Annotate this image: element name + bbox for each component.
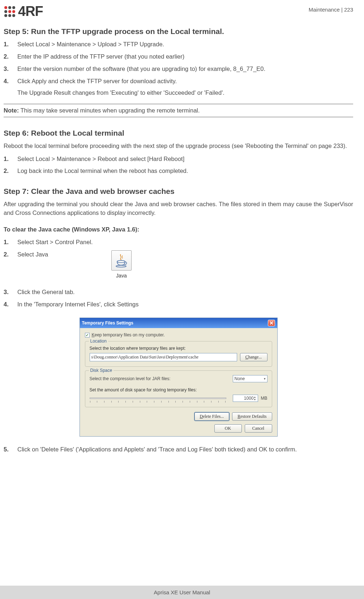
logo-dots-icon — [4, 5, 16, 18]
step5-item-4-extra: The Upgrade Result changes from 'Executi… — [17, 89, 353, 97]
svg-point-5 — [12, 10, 15, 13]
temp-files-settings-dialog: Temporary Files Settings ✓ Keep temporar… — [80, 318, 278, 437]
compression-label: Select the compression level for JAR fil… — [90, 376, 171, 381]
list-number: 1. — [4, 40, 12, 49]
amount-label: Set the amount of disk space for storing… — [90, 387, 267, 392]
change-button[interactable]: Change... — [240, 353, 267, 361]
svg-point-6 — [4, 14, 7, 17]
list-number: 1. — [4, 155, 12, 163]
logo: 4RF — [4, 4, 43, 19]
list-number: 2. — [4, 167, 12, 175]
note: Note: This may take several minutes when… — [4, 106, 353, 115]
step5-heading: Step 5: Run the TFTP upgrade process on … — [4, 27, 353, 36]
page-number: Maintenance | 223 — [309, 7, 353, 13]
keep-temp-files-label: Keep temporary files on my computer. — [92, 332, 165, 337]
delete-files-button[interactable]: Delete Files... — [194, 412, 230, 421]
step6-intro: Reboot the local terminal before proceed… — [4, 142, 353, 150]
step7-heading: Step 7: Clear the Java and web browser c… — [4, 187, 353, 196]
java-icon-label: Java — [111, 272, 132, 279]
step7-item-1: Select Start > Control Panel. — [17, 238, 353, 247]
page-footer: Aprisa XE User Manual — [0, 586, 364, 599]
step7-item-4: In the 'Temporary Internet Files', click… — [17, 300, 353, 309]
svg-point-4 — [8, 10, 11, 13]
close-icon — [270, 321, 273, 325]
step7-item-2: Select Java — [17, 251, 48, 258]
svg-point-3 — [4, 10, 7, 13]
svg-point-0 — [4, 6, 7, 9]
list-number: 3. — [4, 65, 12, 73]
keep-temp-files-checkbox[interactable]: ✓ — [85, 333, 90, 337]
step5-item-1: Select Local > Maintenance > Upload > TF… — [17, 40, 353, 49]
step6-heading: Step 6: Reboot the Local terminal — [4, 129, 353, 137]
svg-point-9 — [117, 260, 125, 263]
note-prefix: Note: — [4, 107, 19, 114]
ok-button[interactable]: OK — [214, 424, 242, 433]
step7-intro: After upgrading the terminal you should … — [4, 200, 353, 217]
dialog-title: Temporary Files Settings — [82, 320, 133, 326]
list-number: 4. — [4, 77, 12, 100]
step5-item-3: Enter the version number of the software… — [17, 65, 353, 73]
java-control-panel-icon: Java — [111, 250, 132, 279]
disk-space-spinner[interactable]: 1000 ▲▼ — [233, 395, 258, 402]
restore-defaults-button[interactable]: Restore Defaults — [232, 412, 272, 421]
close-button[interactable] — [268, 320, 275, 326]
page-header: 4RF Maintenance | 223 — [4, 4, 353, 19]
compression-value: None — [235, 376, 245, 381]
svg-point-2 — [12, 6, 15, 9]
cancel-button[interactable]: Cancel — [245, 424, 272, 433]
list-number: 5. — [4, 445, 12, 454]
spinner-buttons[interactable]: ▲▼ — [254, 396, 256, 401]
location-fieldset: Location Select the location where tempo… — [85, 341, 272, 367]
svg-point-10 — [116, 265, 126, 267]
step6-item-1: Select Local > Maintenance > Reboot and … — [17, 155, 353, 163]
location-label: Select the location where temporary file… — [90, 346, 267, 351]
svg-point-7 — [8, 14, 11, 17]
disk-space-value: 1000 — [235, 396, 254, 401]
divider — [4, 117, 353, 117]
dialog-titlebar: Temporary Files Settings — [80, 318, 277, 328]
svg-point-8 — [12, 14, 15, 17]
svg-point-1 — [8, 6, 11, 9]
java-cup-icon — [115, 253, 128, 268]
disk-space-unit: MB — [261, 396, 267, 401]
step5-item-4: Click Apply and check the TFTP server fo… — [17, 77, 353, 86]
step7-item-3: Click the General tab. — [17, 288, 353, 297]
list-number: 4. — [4, 300, 12, 309]
chevron-down-icon: ▾ — [264, 377, 266, 381]
disk-space-slider[interactable] — [90, 398, 226, 399]
disk-space-fieldset: Disk Space Select the compression level … — [85, 370, 272, 407]
logo-text: 4RF — [18, 4, 43, 19]
location-legend: Location — [89, 339, 108, 344]
step7-item-5: Click on 'Delete Files' ('Applications a… — [17, 445, 353, 454]
list-number: 2. — [4, 250, 12, 279]
note-text: This may take several minutes when upgra… — [19, 107, 200, 114]
list-number: 2. — [4, 52, 12, 61]
list-number: 1. — [4, 238, 12, 247]
compression-select[interactable]: None ▾ — [233, 375, 267, 382]
disk-space-legend: Disk Space — [89, 368, 114, 373]
divider — [4, 104, 353, 104]
step6-item-2: Log back into the Local terminal when th… — [17, 167, 353, 175]
step5-item-2: Enter the IP address of the TFTP server … — [17, 52, 353, 61]
list-number: 3. — [4, 288, 12, 297]
location-input[interactable]: s\Doug.connor\Application Data\Sun\Java\… — [90, 353, 237, 361]
step7-subhead: To clear the Java cache (Windows XP, Jav… — [4, 226, 353, 233]
